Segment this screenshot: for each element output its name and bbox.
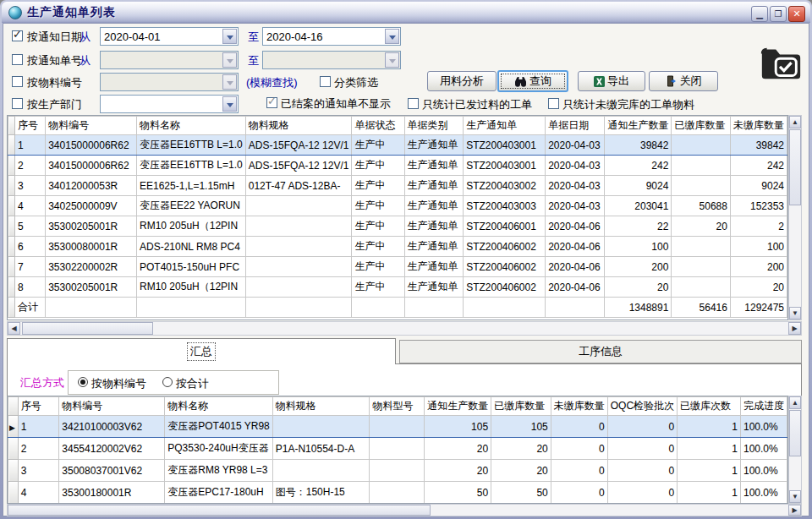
- column-header[interactable]: 单据状态: [352, 117, 404, 135]
- grid-cell[interactable]: STZ200403001: [464, 135, 546, 156]
- grid-cell[interactable]: [370, 460, 425, 482]
- grid-cell[interactable]: 0: [551, 460, 607, 482]
- grid-cell[interactable]: 100: [730, 237, 787, 257]
- column-header[interactable]: 已缴库数量: [672, 117, 731, 135]
- table-row[interactable]: 735302200002RPOT4015-150uH PFC生产中生产通知单ST…: [8, 257, 787, 277]
- grid-cell[interactable]: 20: [672, 216, 731, 237]
- grid-cell[interactable]: [272, 460, 370, 482]
- scroll-left-button[interactable]: ◀: [8, 322, 20, 335]
- total-row[interactable]: 合计1348891564161292475: [8, 298, 787, 318]
- maximize-button[interactable]: ❐: [770, 6, 787, 22]
- scroll-right-button[interactable]: ▶: [788, 505, 801, 516]
- grid-cell[interactable]: 生产通知单: [404, 216, 464, 237]
- grid-cell[interactable]: 3: [18, 460, 59, 482]
- table-row[interactable]: 234015000006R62变压器EE16TTB L=1.0ADS-15FQA…: [8, 156, 787, 176]
- grid-cell[interactable]: 20: [491, 460, 551, 482]
- grid-cell[interactable]: [245, 257, 352, 277]
- grid-cell[interactable]: 100.0%: [740, 460, 787, 482]
- grid-cell[interactable]: [672, 237, 731, 257]
- grid-cell[interactable]: 34210100003V62: [59, 416, 165, 438]
- grid-cell[interactable]: 100: [605, 237, 672, 257]
- only-unpaid-checkbox[interactable]: ✓: [548, 98, 559, 109]
- material-no-combo[interactable]: [100, 73, 239, 91]
- grid-cell[interactable]: 生产通知单: [404, 196, 464, 216]
- grid-cell[interactable]: 1: [18, 416, 59, 438]
- grid-cell[interactable]: 变压器EE16TTB L=1.0: [137, 135, 246, 156]
- grid-cell[interactable]: 生产中: [352, 135, 404, 156]
- grid-cell[interactable]: 35008037001V62: [59, 460, 165, 482]
- grid-cell[interactable]: 152353: [730, 196, 787, 216]
- grid-cell[interactable]: 0: [607, 482, 677, 504]
- grid-cell[interactable]: 合计: [15, 298, 46, 318]
- grid-cell[interactable]: 1: [678, 416, 741, 438]
- scrollbar-thumb[interactable]: [22, 322, 153, 335]
- grid-cell[interactable]: 2020-04-03: [546, 196, 605, 216]
- column-header[interactable]: 序号: [15, 117, 46, 135]
- grid-cell[interactable]: 生产中: [352, 237, 404, 257]
- scroll-down-button[interactable]: ▼: [789, 490, 801, 503]
- table-row[interactable]: ▶134210100003V62变压器POT4015 YR98105105001…: [8, 416, 787, 438]
- grid-cell[interactable]: [464, 298, 546, 318]
- scrollbar-thumb[interactable]: [789, 129, 801, 205]
- grid-cell[interactable]: [245, 196, 352, 216]
- grid-cell[interactable]: STZ200406001: [464, 216, 546, 237]
- scroll-down-button[interactable]: ▼: [789, 307, 801, 320]
- tab-process-info[interactable]: 工序信息: [399, 340, 802, 363]
- grid-cell[interactable]: 2020-04-03: [546, 156, 605, 176]
- grid-cell[interactable]: 2020-04-06: [546, 237, 605, 257]
- dropdown-button[interactable]: [385, 52, 399, 68]
- scroll-right-button[interactable]: ▶: [788, 322, 801, 335]
- production-notice-grid[interactable]: 序号物料编号物料名称物料规格单据状态单据类别生产通知单单据日期通知生产数量已缴库…: [7, 115, 788, 320]
- grid-cell[interactable]: PQ3530-240uH变压器: [165, 438, 273, 460]
- grid-cell[interactable]: STZ200406002: [464, 237, 546, 257]
- material-analysis-button[interactable]: 用料分析: [427, 71, 497, 91]
- grid-cell[interactable]: 35300205001R: [46, 277, 137, 298]
- grid-cell[interactable]: [370, 416, 425, 438]
- material-no-checkbox[interactable]: ✓: [12, 76, 23, 87]
- grid-cell[interactable]: 2: [730, 216, 787, 237]
- export-button[interactable]: 导出: [578, 71, 645, 91]
- summary-grid-vscrollbar[interactable]: ▲ ▼: [788, 396, 802, 504]
- grid-cell[interactable]: 2020-04-03: [546, 176, 605, 196]
- grid-cell[interactable]: 变压器EE22 YAORUN: [137, 196, 246, 216]
- grid-cell[interactable]: 22: [605, 216, 672, 237]
- grid-cell[interactable]: 生产通知单: [404, 176, 464, 196]
- grid-cell[interactable]: 2: [15, 156, 46, 176]
- grid-cell[interactable]: ADS-15FQA-12 12V/1: [245, 135, 352, 156]
- grid-cell[interactable]: 6: [15, 237, 46, 257]
- department-checkbox[interactable]: ✓: [12, 98, 23, 109]
- table-row[interactable]: 835300205001RRM10 205uH（12PIN生产中生产通知单STZ…: [8, 277, 787, 298]
- grid-cell[interactable]: POT4015-150uH PFC: [137, 257, 246, 277]
- grid-cell[interactable]: 2020-04-06: [546, 216, 605, 237]
- grid-cell[interactable]: 8: [15, 277, 46, 298]
- table-row[interactable]: 435300180001R变压器EPC17-180uH图号：150H-15505…: [8, 482, 787, 504]
- query-button[interactable]: 查询: [497, 70, 568, 92]
- dropdown-button[interactable]: [222, 74, 237, 90]
- grid-cell[interactable]: 105: [491, 416, 551, 438]
- grid-cell[interactable]: 39842: [605, 135, 672, 156]
- grid-cell[interactable]: 2020-04-03: [546, 135, 605, 156]
- scrollbar-thumb[interactable]: [8, 505, 431, 516]
- dropdown-button[interactable]: [222, 29, 237, 44]
- summary-grid[interactable]: 序号物料编号物料名称物料规格物料型号通知生产数量已缴库数量未缴库数量OQC检验批…: [7, 396, 788, 504]
- grid-cell[interactable]: 变压器POT4015 YR98: [165, 416, 273, 438]
- close-form-button[interactable]: 关闭: [649, 71, 718, 91]
- folder-check-icon[interactable]: [758, 44, 804, 86]
- table-row[interactable]: 434025000009V变压器EE22 YAORUN生产中生产通知单STZ20…: [8, 196, 787, 216]
- grid-cell[interactable]: [245, 298, 352, 318]
- grid-cell[interactable]: 变压器EE16TTB L=1.0: [137, 156, 246, 176]
- column-header[interactable]: 通知生产数量: [605, 117, 672, 135]
- grid-cell[interactable]: [672, 277, 731, 298]
- grid-cell[interactable]: 生产通知单: [404, 135, 464, 156]
- grid-cell[interactable]: 50: [491, 482, 551, 504]
- grid-cell[interactable]: 生产通知单: [404, 257, 464, 277]
- table-row[interactable]: 635300080001RADS-210NL RM8 PC4生产中生产通知单ST…: [8, 237, 787, 257]
- grid-cell[interactable]: 20: [491, 438, 551, 460]
- grid-cell[interactable]: 100.0%: [740, 416, 787, 438]
- column-header[interactable]: 未缴库数量: [551, 397, 607, 416]
- grid-cell[interactable]: 012T-47 ADS-12BA-: [245, 176, 352, 196]
- grid-cell[interactable]: RM10 205uH（12PIN: [137, 216, 246, 237]
- grid-cell[interactable]: 203041: [605, 196, 672, 216]
- table-row[interactable]: 134015000006R62变压器EE16TTB L=1.0ADS-15FQA…: [8, 135, 787, 156]
- grid-cell[interactable]: 50688: [672, 196, 731, 216]
